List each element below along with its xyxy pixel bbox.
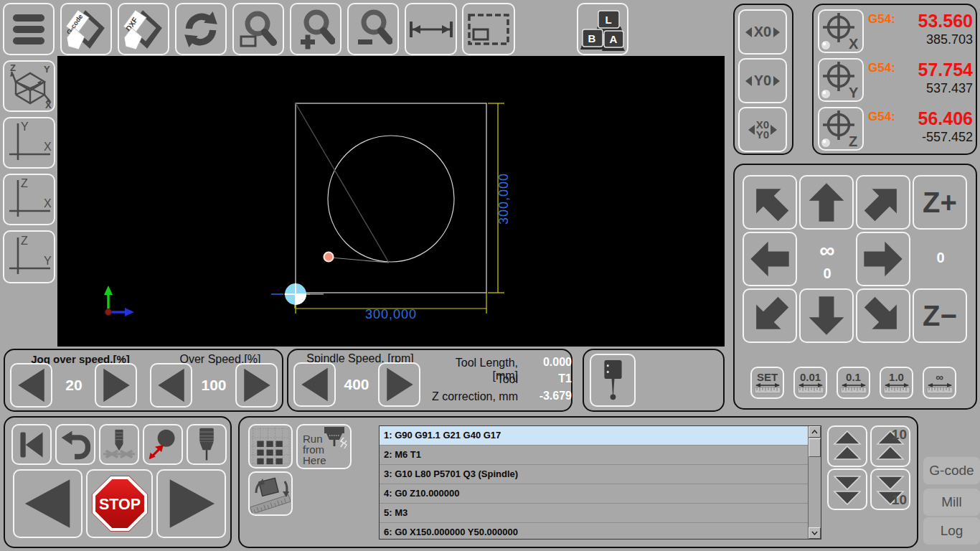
rotate-measure-button[interactable]: [248, 471, 293, 516]
tab-gcode[interactable]: G-code: [923, 457, 980, 484]
scrollbar-down-button[interactable]: [809, 527, 821, 539]
menu-button[interactable]: [3, 3, 55, 55]
zero-xy-label: X0 Y0: [756, 120, 769, 140]
run-backward-button[interactable]: [13, 469, 83, 538]
svg-text:X: X: [44, 141, 52, 153]
keyboard-shortcuts-button[interactable]: L B A: [577, 3, 628, 55]
jog-up-left-button[interactable]: [743, 175, 797, 230]
scroll-down-ten-button[interactable]: 10: [870, 468, 910, 510]
gcode-list[interactable]: 1: G90 G91.1 G21 G40 G17 2: M6 T1 3: G10…: [379, 425, 821, 540]
arrow-in-right-icon: [773, 27, 780, 37]
tool-down-button[interactable]: [99, 424, 139, 465]
ruler-icon: [754, 382, 781, 394]
stop-sign-icon: STOP: [90, 474, 150, 534]
toolpath-drawing: 300,000 300,000: [57, 56, 725, 347]
gcode-line[interactable]: 3: G10 L80 P5701 Q3 (Spindle): [380, 465, 809, 484]
open-gcode-button[interactable]: G-code: [60, 3, 112, 55]
ruler-icon: [883, 382, 910, 394]
tab-mill-label: Mill: [941, 494, 962, 510]
spindle-speed-value: 400: [336, 362, 377, 407]
jog-down-right-button[interactable]: [856, 288, 910, 343]
jog-left-button[interactable]: [743, 232, 797, 286]
jog-panel: Z+ ∞ 0 0 Z− SET: [733, 164, 977, 410]
work-coord-x: 53.560: [888, 11, 973, 32]
gcode-line[interactable]: 1: G90 G91.1 G21 G40 G17: [380, 426, 809, 446]
zoom-out-icon: [354, 9, 392, 50]
jog-z-plus-button[interactable]: Z+: [913, 175, 967, 230]
tab-log[interactable]: Log: [923, 517, 980, 545]
xy-step-value: 0: [806, 265, 848, 282]
step-continuous-button[interactable]: ∞: [923, 367, 956, 399]
step-continuous-label: ∞: [936, 372, 943, 382]
goto-x-zero-button[interactable]: X: [818, 9, 864, 53]
zoom-out-button[interactable]: [347, 3, 399, 55]
scrollbar-up-button[interactable]: [809, 426, 821, 438]
zero-xy-button[interactable]: X0 Y0: [738, 107, 787, 152]
grid-array-button[interactable]: [248, 424, 293, 468]
jog-up-right-button[interactable]: [856, 175, 910, 230]
spindle-speed-increase-button[interactable]: [378, 362, 420, 407]
tab-mill[interactable]: Mill: [923, 489, 980, 516]
view-zy-button[interactable]: Z Y: [3, 230, 55, 283]
step-0-01-button[interactable]: 0.01: [793, 367, 827, 399]
view-3d-button[interactable]: Z Y X: [3, 60, 55, 112]
svg-text:STOP: STOP: [98, 496, 140, 513]
zero-x-button[interactable]: X0: [738, 9, 787, 55]
fit-view-icon: [467, 13, 510, 46]
scroll-down-one-button[interactable]: [827, 468, 867, 510]
arrow-in-right-icon: [771, 125, 777, 135]
svg-text:Z: Z: [849, 133, 857, 149]
open-dxf-button[interactable]: DXF: [118, 3, 169, 55]
gcode-line[interactable]: 4: G0 Z10.000000: [380, 484, 809, 504]
zoom-in-button[interactable]: [290, 3, 341, 55]
big-left-arrow-icon: [19, 474, 77, 533]
goto-start-button[interactable]: [11, 424, 52, 465]
step-0-1-label: 0.1: [846, 372, 861, 382]
stop-button[interactable]: STOP: [86, 469, 153, 538]
spindle-collet-icon: [193, 427, 220, 463]
jog-speed-increase-button[interactable]: [95, 363, 137, 408]
toolpath-canvas[interactable]: 300,000 300,000: [57, 56, 725, 347]
scrollbar-thumb[interactable]: [809, 438, 821, 457]
dimension-label-right: 300,000: [496, 173, 511, 225]
jog-up-button[interactable]: [799, 175, 854, 230]
tool-change-position-button[interactable]: [143, 424, 183, 465]
zero-y-button[interactable]: Y0: [738, 58, 787, 103]
scroll-up-ten-button[interactable]: 10: [870, 425, 910, 467]
jog-speed-decrease-button[interactable]: [10, 363, 52, 408]
refresh-button[interactable]: [175, 3, 227, 55]
view-zy-icon: Z Y: [6, 234, 53, 280]
gcode-line[interactable]: 2: M6 T1: [380, 446, 809, 465]
run-forward-button[interactable]: [156, 469, 226, 538]
spindle-speed-decrease-button[interactable]: [293, 362, 336, 407]
zoom-in-icon: [296, 9, 335, 50]
view-zx-button[interactable]: Z X: [3, 174, 55, 225]
scroll-step-label: 10: [892, 492, 907, 508]
jog-down-button[interactable]: [799, 288, 854, 343]
run-from-here-button[interactable]: Run from Here: [296, 424, 352, 469]
over-speed-increase-button[interactable]: [235, 363, 278, 408]
step-0-1-button[interactable]: 0.1: [837, 367, 870, 399]
measure-button[interactable]: [405, 3, 457, 55]
probe-button[interactable]: [590, 354, 636, 407]
jog-z-minus-button[interactable]: Z−: [913, 288, 967, 343]
gcode-line[interactable]: 6: G0 X150.000000 Y50.000000: [380, 523, 809, 539]
touch-probe-icon: [598, 358, 627, 402]
skip-to-start-icon: [16, 429, 47, 461]
scroll-up-one-button[interactable]: [827, 425, 867, 467]
step-set-button[interactable]: SET: [750, 367, 784, 399]
jog-down-left-button[interactable]: [743, 288, 797, 343]
gcode-line[interactable]: 5: M3: [380, 504, 809, 523]
view-xy-button[interactable]: Y X: [3, 117, 55, 169]
spindle-tool-button[interactable]: [187, 424, 227, 465]
goto-z-zero-button[interactable]: Z: [818, 107, 864, 151]
return-button[interactable]: [55, 424, 95, 465]
over-speed-decrease-button[interactable]: [150, 363, 192, 408]
goto-y-zero-button[interactable]: Y: [818, 58, 864, 102]
step-1-0-button[interactable]: 1.0: [880, 367, 913, 399]
arrow-right-icon: [862, 238, 904, 280]
fit-view-button[interactable]: [462, 3, 515, 55]
jog-right-button[interactable]: [856, 232, 910, 286]
gcode-scrollbar[interactable]: [808, 426, 821, 539]
zoom-window-button[interactable]: [232, 3, 284, 55]
